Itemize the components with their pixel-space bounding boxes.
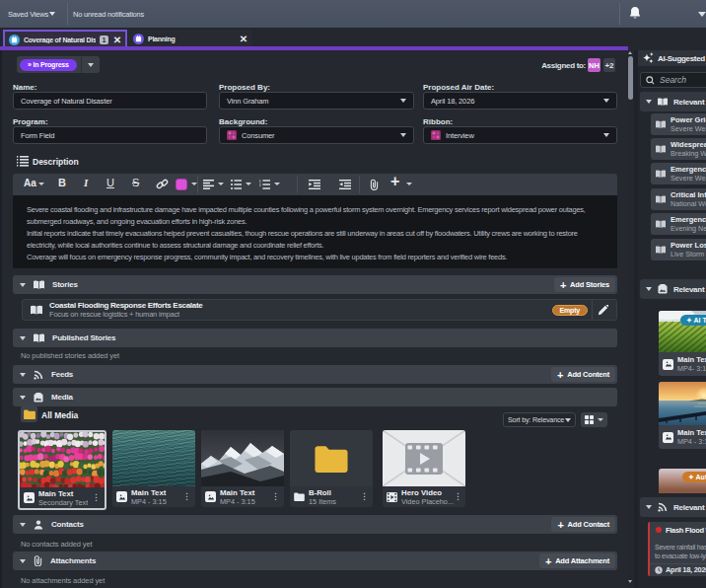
svg-text:2: 2: [259, 183, 262, 187]
